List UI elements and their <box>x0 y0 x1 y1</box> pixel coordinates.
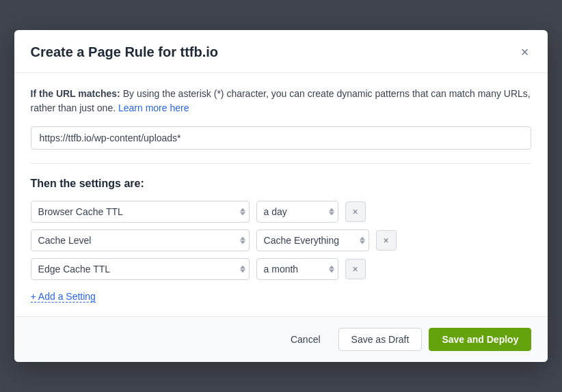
browser-cache-select-wrapper: Browser Cache TTL Cache Level Edge Cache… <box>31 201 250 223</box>
cache-level-value-wrapper: Cache Everything No Query String Ignore … <box>256 229 369 251</box>
close-button[interactable]: × <box>518 42 532 61</box>
modal-footer: Cancel Save as Draft Save and Deploy <box>14 316 548 362</box>
modal-header: Create a Page Rule for ttfb.io × <box>14 30 548 73</box>
save-draft-button[interactable]: Save as Draft <box>338 328 423 351</box>
close-icon: × <box>352 264 358 275</box>
remove-setting-2-button[interactable]: × <box>376 230 397 251</box>
section-divider <box>31 163 532 164</box>
remove-setting-3-button[interactable]: × <box>345 259 366 279</box>
settings-rows: Browser Cache TTL Cache Level Edge Cache… <box>31 201 532 280</box>
edge-cache-value-wrapper: a day 2 days a week a month <box>256 258 338 280</box>
edge-cache-select-wrapper: Browser Cache TTL Cache Level Edge Cache… <box>31 258 250 280</box>
modal-overlay: Create a Page Rule for ttfb.io × If the … <box>0 0 562 392</box>
add-setting-link[interactable]: + Add a Setting <box>31 291 96 303</box>
setting-row-3: Browser Cache TTL Cache Level Edge Cache… <box>31 258 532 280</box>
cache-level-value-select[interactable]: Cache Everything No Query String Ignore … <box>256 229 369 251</box>
close-icon: × <box>383 235 388 246</box>
remove-setting-1-button[interactable]: × <box>345 201 366 222</box>
edge-cache-value-select[interactable]: a day 2 days a week a month <box>256 258 338 280</box>
setting-row-2: Browser Cache TTL Cache Level Edge Cache… <box>31 229 532 251</box>
modal-body: If the URL matches: By using the asteris… <box>14 73 548 316</box>
info-text: If the URL matches: By using the asteris… <box>31 87 532 115</box>
settings-title: Then the settings are: <box>31 178 532 190</box>
browser-cache-value-select[interactable]: a day 2 days a week a month <box>256 201 338 223</box>
setting-row-1: Browser Cache TTL Cache Level Edge Cache… <box>31 201 532 223</box>
learn-more-link[interactable]: Learn more here <box>118 102 189 113</box>
cache-level-select-wrapper: Browser Cache TTL Cache Level Edge Cache… <box>31 229 250 251</box>
url-input[interactable] <box>31 126 532 150</box>
cancel-button[interactable]: Cancel <box>280 328 332 350</box>
save-deploy-button[interactable]: Save and Deploy <box>429 328 531 351</box>
edge-cache-label-select[interactable]: Browser Cache TTL Cache Level Edge Cache… <box>31 258 250 280</box>
close-icon: × <box>352 206 358 217</box>
cache-level-label-select[interactable]: Browser Cache TTL Cache Level Edge Cache… <box>31 229 250 251</box>
browser-cache-value-wrapper: a day 2 days a week a month <box>256 201 338 223</box>
modal-title: Create a Page Rule for ttfb.io <box>31 44 219 60</box>
modal-dialog: Create a Page Rule for ttfb.io × If the … <box>14 30 548 362</box>
browser-cache-label-select[interactable]: Browser Cache TTL Cache Level Edge Cache… <box>31 201 250 223</box>
info-text-bold: If the URL matches: <box>31 88 120 99</box>
